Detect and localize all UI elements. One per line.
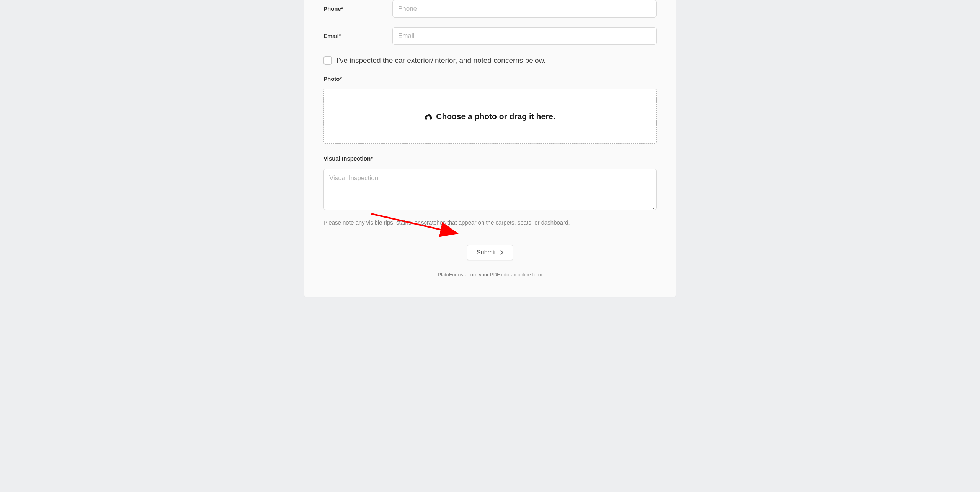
footer-text: PlatoForms - Turn your PDF into an onlin… [323,272,657,277]
email-input[interactable] [392,27,657,45]
submit-button-label: Submit [477,249,496,256]
visual-inspection-helper: Please note any visible rips, stains, or… [323,219,657,226]
email-row: Email* [323,27,657,45]
upload-text: Choose a photo or drag it here. [436,112,555,121]
phone-input[interactable] [392,0,657,18]
upload-icon [425,113,432,120]
email-label: Email* [323,33,341,39]
form-container: Phone* Email* I've inspected the car ext… [304,0,676,297]
submit-button[interactable]: Submit [467,245,513,260]
phone-label: Phone* [323,5,343,12]
phone-row: Phone* [323,0,657,18]
chevron-right-icon [500,250,503,255]
inspected-checkbox-row: I've inspected the car exterior/interior… [323,56,657,65]
inspected-checkbox-label: I've inspected the car exterior/interior… [336,56,546,65]
visual-inspection-textarea[interactable] [323,169,657,210]
photo-upload-zone[interactable]: Choose a photo or drag it here. [323,89,657,144]
photo-label: Photo* [323,75,657,82]
inspected-checkbox[interactable] [323,56,332,65]
visual-inspection-label: Visual Inspection* [323,155,657,162]
